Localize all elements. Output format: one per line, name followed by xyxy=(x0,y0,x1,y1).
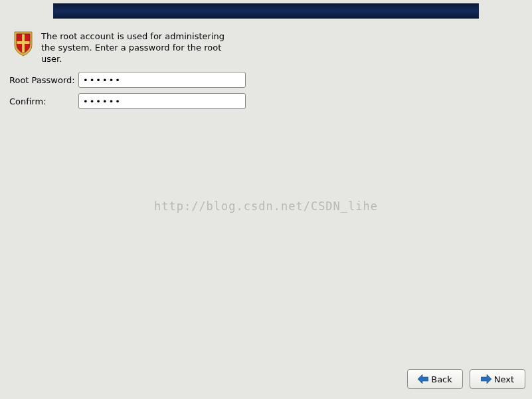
back-button-label: Back xyxy=(431,374,452,384)
next-button-label: Next xyxy=(494,374,514,384)
watermark-text: http://blog.csdn.net/CSDN_lihe xyxy=(0,200,532,213)
intro-row: The root account is used for administeri… xyxy=(12,29,251,65)
shield-icon xyxy=(12,29,35,57)
header-banner xyxy=(53,3,479,19)
arrow-right-icon xyxy=(481,374,491,384)
back-button[interactable]: Back xyxy=(407,369,463,389)
next-button[interactable]: Next xyxy=(470,369,525,389)
root-password-label: Root Password: xyxy=(9,75,78,85)
password-form: Root Password: Confirm: xyxy=(9,72,246,114)
confirm-password-input[interactable] xyxy=(78,93,246,109)
button-bar: Back Next xyxy=(407,369,525,389)
confirm-password-label: Confirm: xyxy=(9,96,78,106)
root-password-input[interactable] xyxy=(78,72,246,88)
arrow-left-icon xyxy=(418,374,428,384)
intro-text: The root account is used for administeri… xyxy=(41,29,230,65)
confirm-password-row: Confirm: xyxy=(9,93,246,109)
root-password-row: Root Password: xyxy=(9,72,246,88)
